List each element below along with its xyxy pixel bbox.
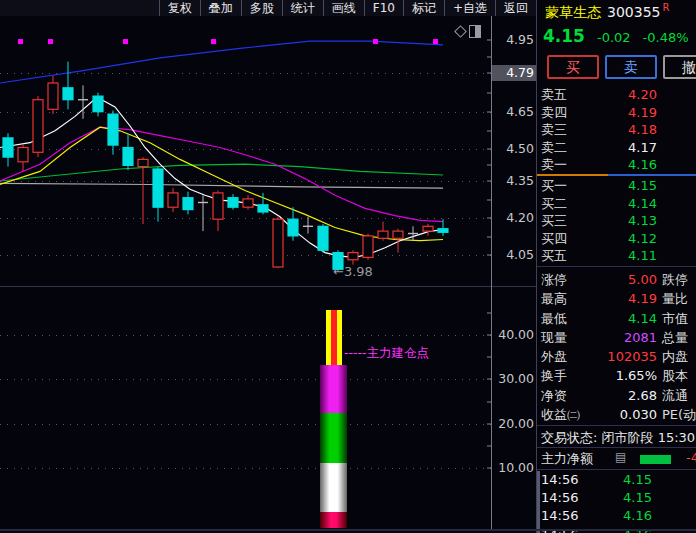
stat-value-current-volume: 2081 [624,328,657,347]
bid-row-5[interactable]: 买五4.11 [537,247,696,265]
list-icon[interactable]: ▤ [615,450,626,464]
ask-row-3[interactable]: 卖三4.18 [537,121,696,139]
main-axis-label: 4.50 [506,141,534,156]
stat-value-turnover: 1.65% [616,366,657,385]
buy-button[interactable]: 买 [547,55,599,79]
trade-buttons: 买卖撤 [547,55,696,79]
toolbar-button-multi-stock[interactable]: 多股 [241,0,282,16]
signal-marker [433,39,438,44]
divider [537,266,696,267]
main-axis-label: 4.20 [506,210,534,225]
main-force-label: 主力净额 [541,450,593,468]
up-candle [378,231,388,238]
toolbar-button-add-watchlist[interactable]: +自选 [444,0,495,16]
stat-value-eps: 0.030 [620,405,657,424]
indicator-bar-segment [320,463,347,512]
stat-value-net-assets: 2.68 [628,386,657,405]
stat-row-outer-volume: 外盘102035内盘 [537,347,696,366]
toolbar-button-back[interactable]: 返回 [495,0,537,16]
signal-marker [211,39,216,44]
chart-bg [0,0,536,533]
tick-price: 4.15 [623,471,652,489]
stat-label-eps: 收益㈡ [541,405,580,424]
stock-header: 蒙草生态300355R [545,2,669,22]
down-candle [123,148,133,166]
stat-label2: 内盘 [662,347,688,366]
up-candle [168,193,178,207]
main-axis-label: 4.35 [506,173,534,188]
tick-row: 14:564.15 [537,489,696,507]
divider [537,447,696,448]
ask-row-4[interactable]: 卖四4.19 [537,104,696,122]
ask-price: 4.18 [628,121,657,139]
ask-row-2[interactable]: 卖二4.17 [537,139,696,157]
trading-app: 4.954.794.654.504.354.204.0540.0030.0020… [0,0,696,533]
main-axis-label: 4.65 [506,104,534,119]
bid-row-2[interactable]: 买二4.14 [537,195,696,213]
stat-label-outer-volume: 外盘 [541,347,567,366]
tick-scrollbar[interactable] [537,471,540,533]
toolbar-button-draw-line[interactable]: 画线 [323,0,364,16]
main-force-entry-annotation: -----主力建仓点 [344,345,429,360]
bid-price: 4.11 [628,247,657,265]
toolbar-button-f10[interactable]: F10 [364,0,403,16]
indicator-bar-segment [320,365,347,413]
down-candle [63,88,73,100]
up-candle [393,231,403,238]
bid-row-3[interactable]: 买三4.13 [537,212,696,230]
sub-axis-label: 40.00 [498,327,534,342]
split-window-icon[interactable] [469,25,481,38]
stat-value-outer-volume: 102035 [607,347,657,366]
ask-levels: 卖五4.20卖四4.19卖三4.18卖二4.17卖一4.16 [537,86,696,174]
ask-row-1[interactable]: 卖一4.16 [537,156,696,174]
stat-label-limit-up: 涨停 [541,270,567,289]
indicator-bar-stripe [326,310,331,366]
toolbar-button-mark[interactable]: 标记 [403,0,444,16]
price-change: -0.02 [597,30,631,45]
up-candle [18,148,28,162]
stock-name: 蒙草生态 [545,4,601,20]
margin-tag: R [662,2,669,13]
order-book-separator [537,174,696,176]
main-force-value: -4 [686,450,696,465]
stat-row-net-assets: 净资2.68流通 [537,386,696,405]
stock-chart[interactable]: 4.954.794.654.504.354.204.0540.0030.0020… [0,0,536,533]
tick-list: 14:564.1514:564.1514:564.1614:564.16 [537,471,696,533]
ask-row-5[interactable]: 卖五4.20 [537,86,696,104]
toolbar-button-statistics[interactable]: 统计 [282,0,323,16]
ask-label: 卖三 [541,121,567,139]
indicator-bar-stripe [331,310,337,366]
tick-row: 14:564.16 [537,507,696,525]
tick-row: 14:564.15 [537,471,696,489]
sub-axis-label: 30.00 [498,371,534,386]
main-axis-label: 4.95 [506,32,534,47]
bid-price: 4.12 [628,230,657,248]
bid-row-1[interactable]: 买一4.15 [537,177,696,195]
indicator-bar-segment [320,512,347,528]
tick-price: 4.16 [623,507,652,525]
ask-label: 卖五 [541,86,567,104]
main-force-row: 主力净额 ▤ -4 [537,450,696,468]
tick-time: 14:56 [541,471,578,489]
stat-value-limit-up: 5.00 [628,270,657,289]
cancel-button[interactable]: 撤 [663,55,696,79]
bid-label: 买一 [541,177,567,195]
bid-price: 4.14 [628,195,657,213]
signal-marker [373,39,378,44]
up-candle [138,159,148,166]
toolbar-button-adjust[interactable]: 复权 [159,0,200,16]
sell-button[interactable]: 卖 [605,55,657,79]
trading-status-label: 交易状态: [541,430,597,445]
panel-divider [536,0,537,533]
stats-list: 涨停5.00跌停最高4.19量比最低4.14市值现量2081总量外盘102035… [537,270,696,424]
signal-marker [18,39,23,44]
stat-label-high: 最高 [541,289,567,308]
stat-row-high: 最高4.19量比 [537,289,696,308]
last-price: 4.15 [543,26,585,46]
stat-label2: 量比 [662,289,688,308]
stat-row-limit-up: 涨停5.00跌停 [537,270,696,289]
toolbar-button-overlay[interactable]: 叠加 [200,0,241,16]
indicator-bar-stripe [337,310,342,366]
bid-row-4[interactable]: 买四4.12 [537,230,696,248]
main-axis-label: 4.05 [506,247,534,262]
